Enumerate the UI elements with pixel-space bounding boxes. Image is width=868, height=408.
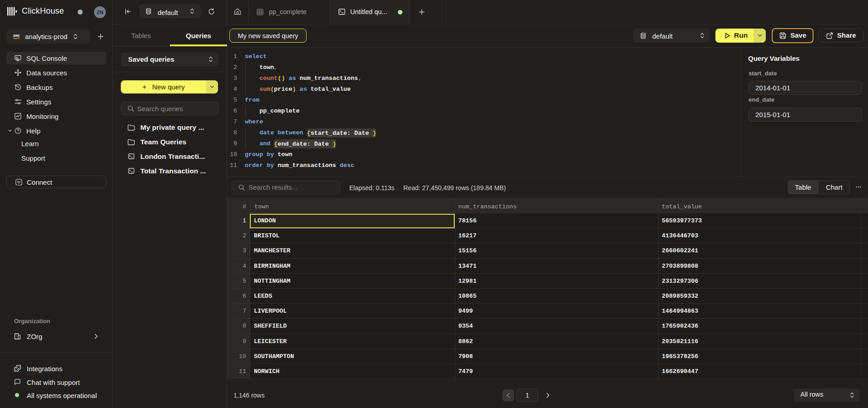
svg-text:aws: aws bbox=[13, 33, 20, 38]
